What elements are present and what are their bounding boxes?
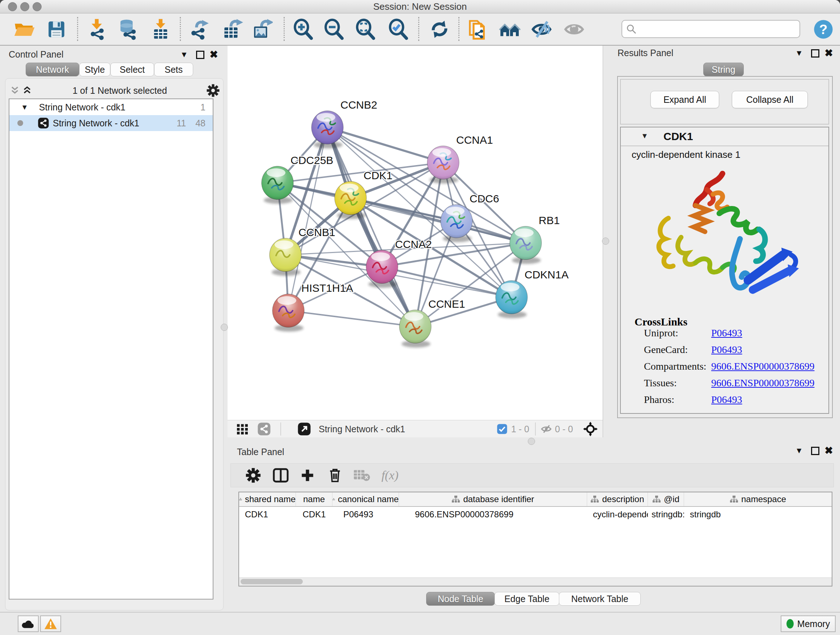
network-edge-HIST1H1A-CCNE1[interactable]: [288, 310, 415, 326]
zoom-selected-button[interactable]: [384, 16, 412, 42]
network-node-CDKN1A[interactable]: CDKN1A: [496, 269, 569, 318]
import-network-from-database-button[interactable]: [115, 16, 142, 42]
gene-card-header[interactable]: ▼ CDK1: [621, 127, 829, 146]
gear-icon[interactable]: [206, 84, 220, 97]
export-image-button[interactable]: [248, 16, 275, 42]
tab-node-table[interactable]: Node Table: [426, 592, 495, 606]
disclosure-triangle-icon[interactable]: ▼: [21, 103, 28, 111]
panel-close-icon[interactable]: ✖: [823, 445, 834, 456]
export-network-button[interactable]: [186, 16, 213, 42]
search-box[interactable]: [622, 20, 800, 38]
save-session-button[interactable]: [43, 16, 70, 42]
open-in-window-button[interactable]: [297, 420, 311, 438]
network-edge-CDK1-RB1[interactable]: [351, 198, 526, 243]
network-node-CCNB2[interactable]: CCNB2: [311, 99, 377, 149]
crosslink-link-tissues[interactable]: 9606.ENSP00000378699: [711, 377, 814, 389]
new-network-from-selection-button[interactable]: [464, 16, 492, 42]
delete-column-button[interactable]: [324, 464, 347, 486]
scrollbar-thumb[interactable]: [240, 579, 303, 584]
grid-view-button[interactable]: [236, 420, 249, 438]
network-edge-CCNB2-CCNA1[interactable]: [327, 127, 443, 163]
graphics-details-disabled-button[interactable]: [561, 16, 588, 42]
panel-float-icon[interactable]: [810, 48, 821, 59]
splitter-handle[interactable]: [528, 438, 535, 445]
network-node-CDC25B[interactable]: CDC25B: [262, 154, 333, 204]
panel-menu-icon[interactable]: ▼: [179, 49, 189, 60]
collapse-all-icon[interactable]: [9, 85, 21, 96]
panel-float-icon[interactable]: [810, 445, 821, 456]
show-hide-graphics-details-button[interactable]: [528, 16, 555, 42]
hidden-eye-icon[interactable]: [540, 420, 553, 438]
tab-sets[interactable]: Sets: [154, 63, 193, 76]
window-minimize-button[interactable]: [20, 2, 29, 11]
network-node-HIST1H1A[interactable]: HIST1H1A: [272, 282, 353, 332]
collapse-all-button[interactable]: Collapse All: [732, 91, 808, 108]
zoom-in-icon: [292, 19, 314, 40]
show-columns-button[interactable]: [269, 464, 292, 486]
help-button[interactable]: ?: [813, 19, 834, 40]
export-table-button[interactable]: [218, 16, 246, 42]
table-row[interactable]: CDK1 CDK1 P06493 9606.ENSP00000378699 cy…: [239, 507, 832, 522]
window-close-button[interactable]: [8, 2, 17, 11]
panel-menu-icon[interactable]: ▼: [794, 48, 805, 59]
first-neighbors-button[interactable]: [496, 16, 524, 42]
table-settings-button[interactable]: [242, 464, 265, 486]
crosslink-link-genecard[interactable]: P06493: [711, 344, 742, 356]
tab-network[interactable]: Network: [26, 63, 79, 76]
import-network-from-file-button[interactable]: [84, 16, 111, 42]
window-zoom-button[interactable]: [33, 2, 42, 11]
add-column-button[interactable]: [296, 464, 319, 486]
column-header[interactable]: database identifier: [399, 492, 587, 506]
horizontal-scrollbar[interactable]: [239, 578, 832, 586]
zoom-in-button[interactable]: [289, 16, 317, 42]
network-share-view-button[interactable]: [257, 420, 271, 438]
zoom-fit-button[interactable]: [351, 16, 379, 42]
panel-float-icon[interactable]: [195, 49, 205, 60]
apply-layout-button[interactable]: [426, 16, 453, 42]
zoom-out-button[interactable]: [320, 16, 347, 42]
network-node-CCNA1[interactable]: CCNA1: [427, 134, 493, 184]
network-row[interactable]: String Network - cdk1 11 48: [9, 115, 213, 131]
column-header[interactable]: namespace: [684, 492, 832, 506]
network-node-RB1[interactable]: RB1: [510, 214, 560, 264]
column-header[interactable]: canonical name: [332, 492, 399, 506]
crosslink-label: GeneCard:: [644, 344, 688, 356]
column-header[interactable]: @id: [648, 492, 684, 506]
crosslink-link-pharos[interactable]: P06493: [711, 394, 742, 405]
export-network-icon: [188, 18, 210, 41]
selected-checkbox-icon[interactable]: [497, 420, 508, 438]
network-node-CCNE1[interactable]: CCNE1: [399, 298, 465, 348]
network-edge-CCNB2-CCNE1[interactable]: [327, 127, 415, 326]
splitter-handle[interactable]: [221, 324, 228, 331]
crosslink-link-compartments[interactable]: 9606.ENSP00000378699: [711, 361, 814, 372]
panel-close-icon[interactable]: ✖: [823, 48, 834, 59]
cloud-status-button[interactable]: [18, 616, 39, 632]
hidden-counts: 0 - 0: [555, 420, 573, 438]
birdseye-toggle-button[interactable]: [583, 420, 598, 438]
memory-button[interactable]: Memory: [781, 616, 836, 632]
network-collection-row[interactable]: ▼ String Network - cdk1 1: [9, 99, 213, 115]
network-node-CCNB1[interactable]: CCNB1: [270, 226, 335, 276]
panel-close-icon[interactable]: ✖: [208, 49, 219, 60]
crosslink-link-uniprot[interactable]: P06493: [711, 327, 742, 339]
open-session-button[interactable]: [11, 16, 38, 42]
search-input[interactable]: [639, 24, 799, 35]
results-panel-title: Results Panel: [617, 48, 673, 58]
expand-all-button[interactable]: Expand All: [651, 91, 719, 108]
import-table-from-file-button[interactable]: [147, 16, 174, 42]
tab-select[interactable]: Select: [111, 63, 154, 76]
panel-menu-icon[interactable]: ▼: [794, 445, 805, 456]
node-table[interactable]: shared name name canonical name database…: [238, 492, 832, 586]
tab-style[interactable]: Style: [79, 63, 111, 76]
tab-string[interactable]: String: [703, 63, 744, 76]
expand-all-icon[interactable]: [21, 85, 33, 96]
tab-edge-table[interactable]: Edge Table: [494, 592, 559, 606]
column-header[interactable]: description: [587, 492, 648, 506]
column-header[interactable]: name: [296, 492, 332, 506]
warnings-button[interactable]: [40, 616, 61, 632]
network-canvas[interactable]: CCNB2CCNA1CDC25BCDK1CDC6RB1CCNB1CCNA2CDK…: [227, 46, 602, 420]
splitter-handle[interactable]: [602, 238, 609, 245]
tab-network-table[interactable]: Network Table: [559, 592, 641, 606]
column-header[interactable]: shared name: [239, 492, 296, 506]
disclosure-triangle-icon[interactable]: ▼: [641, 132, 648, 140]
